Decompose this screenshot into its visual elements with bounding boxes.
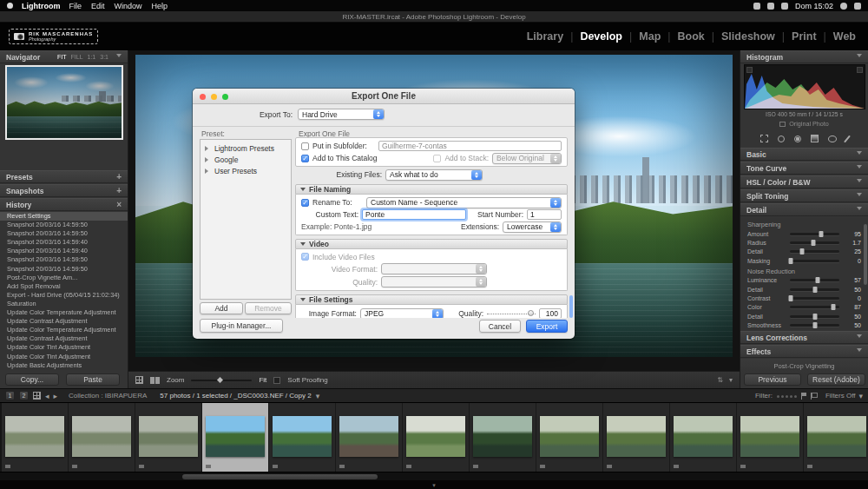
- slider-luminance[interactable]: [790, 279, 839, 281]
- filmstrip-thumb[interactable]: [69, 403, 135, 472]
- soft-proofing-checkbox[interactable]: [273, 377, 280, 384]
- shadow-clipping-indicator[interactable]: [746, 67, 753, 73]
- export-button[interactable]: Export: [526, 320, 568, 333]
- quality-value-input[interactable]: [539, 308, 562, 318]
- notification-center-icon[interactable]: [854, 3, 861, 10]
- filmstrip-thumb[interactable]: [2, 403, 69, 472]
- history-item[interactable]: Snapshot 20/03/16 14:59:50: [0, 229, 128, 238]
- disclosure-right-icon[interactable]: [205, 169, 211, 174]
- history-item[interactable]: Export - Hard Drive (05/04/15 21:02:34): [0, 291, 128, 300]
- history-item[interactable]: Update Contrast Adjustment: [0, 317, 128, 326]
- filmstrip-source-label[interactable]: Collection : IBIRAPUERA: [69, 392, 147, 400]
- menu-help[interactable]: Help: [152, 2, 168, 10]
- history-item[interactable]: Update Color Tint Adjustment: [0, 353, 128, 361]
- filmstrip-scrollbar[interactable]: [0, 472, 868, 480]
- slider-thumb[interactable]: [789, 295, 793, 301]
- battery-icon[interactable]: [781, 3, 788, 10]
- before-after-icon[interactable]: [150, 377, 160, 384]
- panel-header-hsl[interactable]: HSL / Color / B&W: [740, 175, 868, 188]
- display-icon[interactable]: [753, 3, 760, 10]
- slider-thumb[interactable]: [831, 304, 835, 310]
- slider-thumb[interactable]: [789, 258, 793, 264]
- apple-menu-icon[interactable]: [7, 3, 13, 9]
- main-window-button[interactable]: 1: [5, 391, 15, 400]
- slider-radius[interactable]: [790, 241, 839, 244]
- volume-icon[interactable]: [767, 3, 774, 10]
- zoom-button[interactable]: [222, 94, 228, 100]
- histogram-panel-header[interactable]: Histogram: [740, 50, 868, 63]
- module-web[interactable]: Web: [817, 30, 856, 43]
- spot-removal-icon[interactable]: [778, 135, 785, 142]
- extensions-select[interactable]: Lowercase: [503, 221, 562, 233]
- slider-color[interactable]: [790, 306, 839, 308]
- spotlight-icon[interactable]: [840, 3, 847, 10]
- video-format-select[interactable]: [381, 263, 487, 274]
- history-item[interactable]: Revert Settings: [0, 212, 128, 221]
- panel-header-split-toning[interactable]: Split Toning: [740, 189, 868, 202]
- slider-thumb[interactable]: [816, 277, 820, 283]
- slider-thumb[interactable]: [819, 231, 823, 237]
- history-item[interactable]: Snapshot 20/03/16 14:59:50: [0, 221, 128, 229]
- flag-rejected-icon[interactable]: [811, 393, 817, 400]
- cancel-button[interactable]: Cancel: [479, 320, 521, 333]
- disclosure-right-icon[interactable]: [205, 157, 211, 162]
- slider-thumb[interactable]: [812, 287, 817, 293]
- image-format-select[interactable]: JPEG: [360, 308, 444, 319]
- menu-window[interactable]: Window: [115, 2, 142, 10]
- slider-masking[interactable]: [790, 260, 839, 262]
- module-book[interactable]: Book: [661, 30, 705, 43]
- filmstrip-thumb[interactable]: [737, 403, 804, 472]
- close-button[interactable]: [200, 94, 206, 100]
- flag-picked-icon[interactable]: [801, 393, 807, 400]
- zoom-slider[interactable]: [191, 380, 252, 381]
- filmstrip-thumb[interactable]: [202, 403, 269, 472]
- previous-button[interactable]: Previous: [744, 373, 801, 386]
- navigator-preview[interactable]: [5, 65, 123, 140]
- panel-header-tone-curve[interactable]: Tone Curve: [740, 162, 868, 175]
- history-item[interactable]: Saturation: [0, 300, 128, 308]
- filmstrip-thumb[interactable]: [603, 403, 670, 472]
- zoom-1-1[interactable]: 1:1: [88, 54, 96, 60]
- go-back-icon[interactable]: ◂: [45, 392, 49, 400]
- adjustment-brush-icon[interactable]: [844, 135, 851, 142]
- rename-to-checkbox[interactable]: [301, 199, 309, 207]
- export-to-select[interactable]: Hard Drive: [298, 109, 385, 120]
- module-library[interactable]: Library: [527, 30, 563, 43]
- preset-item[interactable]: Lightroom Presets: [201, 142, 291, 154]
- hide-filmstrip-caret-icon[interactable]: ▾: [432, 482, 436, 488]
- menubar-clock[interactable]: Dom 15:02: [795, 2, 833, 10]
- module-slideshow[interactable]: Slideshow: [705, 30, 775, 43]
- slider-smoothness[interactable]: [790, 324, 839, 327]
- history-panel-header[interactable]: History ×: [0, 198, 128, 211]
- file-settings-section-header[interactable]: File Settings: [295, 294, 568, 305]
- preset-item[interactable]: Google: [201, 154, 291, 165]
- slider-detail[interactable]: [790, 288, 839, 291]
- zoom-3-1[interactable]: 3:1: [100, 54, 108, 60]
- stack-position-select[interactable]: Below Original: [492, 153, 562, 164]
- quality-slider[interactable]: [487, 309, 536, 318]
- history-item[interactable]: Update Basic Adjustments: [0, 361, 128, 370]
- custom-text-input[interactable]: [362, 209, 466, 220]
- history-item[interactable]: Snapshot 20/03/16 14:59:50: [0, 265, 128, 274]
- file-naming-section-header[interactable]: File Naming: [295, 184, 568, 195]
- zoom-fit[interactable]: FIT: [57, 54, 67, 60]
- crop-icon[interactable]: [760, 135, 768, 142]
- filmstrip-thumb[interactable]: [269, 403, 336, 472]
- filmstrip-thumb[interactable]: [403, 403, 470, 472]
- filters-caret-icon[interactable]: ▾: [858, 392, 863, 400]
- subfolder-input[interactable]: [378, 141, 562, 151]
- history-item[interactable]: Add Spot Removal: [0, 282, 128, 291]
- right-panel-scrollbar[interactable]: [864, 224, 867, 285]
- slider-contrast[interactable]: [790, 297, 839, 300]
- radial-filter-icon[interactable]: [828, 135, 837, 142]
- module-map[interactable]: Map: [622, 30, 661, 43]
- history-item[interactable]: Update Color Temperature Adjustment: [0, 326, 128, 334]
- slider-detail[interactable]: [790, 315, 839, 318]
- quality-slider-thumb[interactable]: [528, 310, 534, 316]
- panel-header-basic[interactable]: Basic: [740, 148, 868, 161]
- start-number-input[interactable]: [527, 209, 562, 220]
- filmstrip-selection-info[interactable]: 57 photos / 1 selected / _DSC0003.NEF / …: [160, 392, 311, 400]
- slider-thumb[interactable]: [812, 322, 817, 328]
- remove-preset-button[interactable]: Remove: [245, 302, 292, 314]
- history-item[interactable]: Snapshot 20/03/16 14:59:50: [0, 255, 128, 264]
